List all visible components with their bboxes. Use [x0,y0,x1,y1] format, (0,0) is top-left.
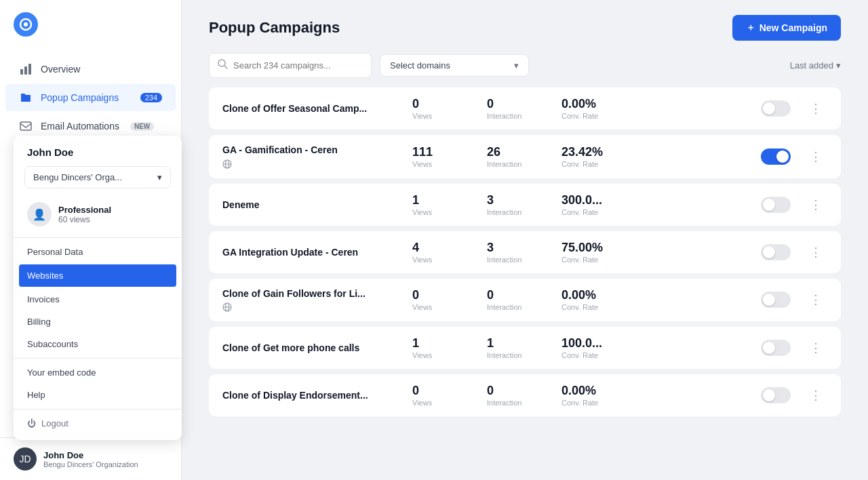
campaign-more-button[interactable]: ⋮ [804,338,827,358]
views-label: Views [412,256,473,264]
dropdown-item-subaccounts[interactable]: Subaccounts [14,333,182,355]
plan-name: Professional [58,205,111,215]
dropdown-item-billing[interactable]: Billing [14,311,182,333]
sidebar-item-popup-campaigns[interactable]: Popup Campaigns 234 [5,84,176,111]
interaction-value: 0 [487,288,548,302]
campaign-info: GA Integration Update - Ceren [222,247,399,258]
campaign-info: Clone of Offer Seasonal Camp... [222,103,399,114]
conv-rate-label: Conv. Rate [561,112,623,120]
views-label: Views [412,208,473,216]
interaction-value: 3 [487,193,548,207]
views-label: Views [412,399,473,407]
new-campaign-button[interactable]: ＋ New Campaign [732,15,841,41]
stat-conv-rate: 100.0... Conv. Rate [561,336,623,359]
campaign-more-button[interactable]: ⋮ [804,195,827,215]
campaign-name: Deneme [222,199,399,210]
sidebar-item-popup-campaigns-label: Popup Campaigns [41,92,119,103]
main-header: Popup Campaigns ＋ New Campaign [182,0,868,53]
toggle-thumb [763,342,775,354]
stat-interaction: 1 Interaction [487,336,548,359]
search-box[interactable] [209,53,372,78]
views-value: 4 [412,241,473,255]
campaign-more-button[interactable]: ⋮ [804,146,827,167]
campaign-info: GA - Gamification - Ceren [222,144,399,169]
campaign-toggle[interactable] [761,100,791,117]
campaign-more-button[interactable]: ⋮ [804,98,827,119]
campaign-toggle[interactable] [761,148,791,165]
toggle-thumb [763,102,775,115]
campaign-row: Clone of Display Endorsement... 0 Views … [209,374,841,416]
toggle-thumb [763,389,775,401]
main-content: Popup Campaigns ＋ New Campaign Select do… [182,0,868,480]
campaign-toggle[interactable] [761,340,791,356]
sidebar-item-overview[interactable]: Overview [5,56,176,83]
conv-rate-value: 75.00% [561,241,623,255]
dropdown-item-logout[interactable]: ⏻ Logout [14,412,182,435]
conv-rate-value: 0.00% [561,288,623,302]
conv-rate-value: 0.00% [561,97,623,111]
campaign-toggle[interactable] [761,387,791,403]
dropdown-item-invoices[interactable]: Invoices [14,288,182,311]
campaign-name: Clone of Gain Followers for Li... [222,288,399,299]
campaign-toggle[interactable] [761,244,791,260]
sidebar-item-overview-label: Overview [41,64,80,75]
new-campaign-label: New Campaign [760,22,827,33]
interaction-label: Interaction [487,351,548,359]
domain-select-label: Select domains [390,60,450,71]
sidebar-nav: Overview Popup Campaigns 234 Email Autom… [0,49,181,146]
toggle-thumb [776,151,789,163]
stat-conv-rate: 23.42% Conv. Rate [561,145,623,168]
stat-conv-rate: 0.00% Conv. Rate [561,384,623,407]
campaign-row: GA Integration Update - Ceren 4 Views 3 … [209,231,841,273]
campaign-toggle[interactable] [761,197,791,213]
conv-rate-label: Conv. Rate [561,256,623,264]
dropdown-item-help[interactable]: Help [14,384,182,406]
plan-views: 60 views [58,215,111,224]
app-logo [14,12,38,37]
user-avatar: JD [14,447,37,471]
views-value: 1 [412,193,473,207]
campaign-name: GA - Gamification - Ceren [222,144,399,155]
svg-point-1 [24,22,28,26]
dropdown-org-select[interactable]: Bengu Dincers' Orga... ▾ [24,166,171,188]
interaction-label: Interaction [487,160,548,168]
campaign-info: Clone of Get more phone calls [222,342,399,353]
conv-rate-value: 300.0... [561,193,623,207]
views-label: Views [412,112,473,120]
views-value: 1 [412,336,473,351]
page-title: Popup Campaigns [209,19,340,37]
dropdown-item-embed-code[interactable]: Your embed code [14,361,182,384]
sidebar-bottom-user[interactable]: JD John Doe Bengu Dincers' Organization [0,437,181,480]
dropdown-item-personal-data[interactable]: Personal Data [14,241,182,263]
interaction-label: Interaction [487,208,548,216]
sidebar: Overview Popup Campaigns 234 Email Autom… [0,0,182,480]
conv-rate-label: Conv. Rate [561,399,623,407]
chevron-down-icon: ▾ [157,172,162,182]
dropdown-item-websites[interactable]: Websites [19,264,176,287]
toggle-thumb [763,294,775,306]
search-icon [218,59,228,72]
interaction-value: 26 [487,145,548,159]
campaign-more-button[interactable]: ⋮ [804,289,827,310]
stat-conv-rate: 300.0... Conv. Rate [561,193,623,216]
campaign-toggle[interactable] [761,292,791,308]
power-icon: ⏻ [27,418,36,428]
stat-conv-rate: 0.00% Conv. Rate [561,97,623,120]
campaign-row: Clone of Offer Seasonal Camp... 0 Views … [209,87,841,129]
domain-select[interactable]: Select domains ▾ [380,54,529,77]
campaigns-list: Clone of Offer Seasonal Camp... 0 Views … [182,87,868,480]
views-label: Views [412,160,473,168]
campaign-more-button[interactable]: ⋮ [804,242,827,262]
search-input[interactable] [233,60,363,71]
svg-rect-4 [28,64,31,75]
sort-select[interactable]: Last added ▾ [790,60,841,71]
stat-interaction: 26 Interaction [487,145,548,168]
campaign-row: Clone of Gain Followers for Li... 0 View… [209,279,841,322]
campaign-more-button[interactable]: ⋮ [804,385,827,405]
dropdown-divider-1 [14,237,182,238]
conv-rate-value: 0.00% [561,384,623,398]
interaction-label: Interaction [487,112,548,120]
views-value: 0 [412,288,473,302]
stat-views: 0 Views [412,97,473,120]
campaign-row: GA - Gamification - Ceren 111 Views 26 I… [209,135,841,178]
